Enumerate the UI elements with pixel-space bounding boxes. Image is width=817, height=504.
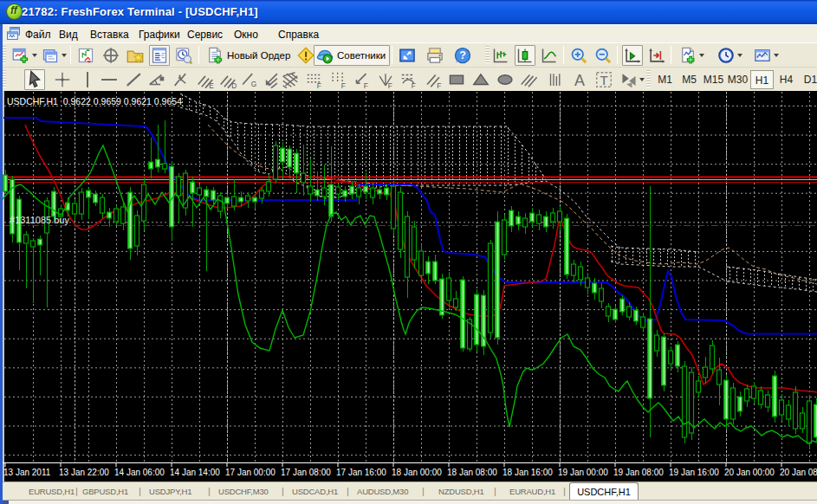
svg-text:F: F <box>412 82 416 89</box>
svg-text:17 Jan 16:00: 17 Jan 16:00 <box>336 468 386 477</box>
svg-text:F: F <box>437 82 441 89</box>
svg-text:USDCHF,H1 0.9622 0.9659 0.962: USDCHF,H1 0.9622 0.9659 0.9621 0.9654 <box>7 96 182 107</box>
svg-text:F: F <box>317 82 321 89</box>
svg-text:T: T <box>600 73 607 87</box>
svg-text:19 Jan 08:00: 19 Jan 08:00 <box>613 468 664 477</box>
svg-text:17 Jan 00:00: 17 Jan 00:00 <box>225 468 276 477</box>
svg-text:G: G <box>251 81 256 88</box>
svg-text:13 Jan 22:00: 13 Jan 22:00 <box>59 468 109 477</box>
svg-text:20 Jan 00:00: 20 Jan 00:00 <box>724 468 775 477</box>
svg-text:E: E <box>209 82 214 89</box>
svg-text:19 Jan 00:00: 19 Jan 00:00 <box>558 468 608 477</box>
svg-text:17 Jan 08:00: 17 Jan 08:00 <box>281 468 331 477</box>
svg-text:14 Jan 14:00: 14 Jan 14:00 <box>170 468 220 477</box>
svg-text:18 Jan 16:00: 18 Jan 16:00 <box>503 468 553 477</box>
svg-text:#1311085 buy: #1311085 buy <box>10 215 69 225</box>
svg-text:19 Jan 16:00: 19 Jan 16:00 <box>669 468 719 477</box>
svg-text:D: D <box>231 82 237 89</box>
svg-text:F: F <box>388 82 392 89</box>
svg-text:A: A <box>574 72 585 89</box>
svg-text:18 Jan 08:00: 18 Jan 08:00 <box>447 468 497 477</box>
svg-text:13 Jan 2011: 13 Jan 2011 <box>3 468 51 477</box>
svg-text:20 Jan 08:00: 20 Jan 08:00 <box>780 468 817 477</box>
svg-text:?: ? <box>459 49 466 61</box>
svg-text:F: F <box>341 82 346 89</box>
svg-text:14 Jan 06:00: 14 Jan 06:00 <box>114 468 165 477</box>
svg-text:F: F <box>364 82 368 89</box>
svg-text:18 Jan 00:00: 18 Jan 00:00 <box>392 468 442 477</box>
